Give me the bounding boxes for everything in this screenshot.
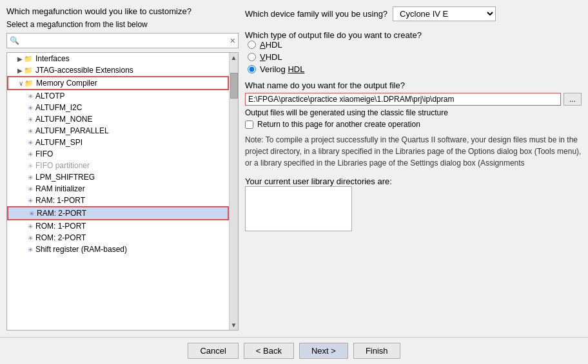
tree-item-interfaces[interactable]: ▶ 📁 Interfaces: [7, 53, 229, 64]
tree-item-altotp[interactable]: ✳ ALTOTP: [7, 90, 229, 102]
tree-item-altufm-i2c[interactable]: ✳ ALTUFM_I2C: [7, 102, 229, 113]
chip-icon: ✳: [29, 210, 34, 217]
tree-item-fifo-part[interactable]: ✳ FIFO partitioner: [7, 160, 229, 171]
tree-item-altufm-none[interactable]: ✳ ALTUFM_NONE: [7, 113, 229, 125]
tree-label: JTAG-accessible Extensions: [35, 66, 133, 75]
search-icon: 🔍: [10, 36, 19, 45]
tree-item-memory-compiler[interactable]: ∨ 📁 Memory Compiler: [7, 76, 229, 90]
classic-structure-note: Output files will be generated using the…: [245, 108, 582, 117]
search-bar: 🔍 ×: [6, 33, 239, 48]
scrollbar-thumb[interactable]: [230, 73, 238, 99]
note-box: Note: To compile a project successfully …: [245, 134, 582, 169]
tree-label: RAM initializer: [35, 184, 85, 193]
output-type-section: Which type of output file do you want to…: [245, 29, 582, 74]
cancel-button[interactable]: Cancel: [188, 343, 238, 359]
radio-row-ahdl: AHDL: [248, 40, 582, 50]
tree-item-rom-1port[interactable]: ✳ ROM: 1-PORT: [7, 220, 229, 232]
tree-label: ALTUFM_SPI: [35, 138, 83, 147]
radio-label-ahdl: AHDL: [260, 40, 282, 50]
tree-label: ALTUFM_PARALLEL: [35, 126, 109, 135]
tree-label: ROM: 2-PORT: [35, 233, 86, 242]
tree-label: ALTUFM_NONE: [35, 115, 92, 124]
tree-label: ROM: 1-PORT: [35, 222, 86, 231]
tree-item-ram-2port[interactable]: ✳ RAM: 2-PORT: [7, 206, 229, 220]
tree-label: Shift register (RAM-based): [35, 245, 127, 254]
chip-icon: ✳: [28, 246, 33, 253]
chip-icon: ✳: [28, 104, 33, 111]
tree-label: Memory Compiler: [36, 79, 97, 88]
tree-item-lpm-shiftreg[interactable]: ✳ LPM_SHIFTREG: [7, 171, 229, 183]
clear-button[interactable]: ×: [230, 36, 235, 45]
button-bar: Cancel < Back Next > Finish: [0, 337, 588, 364]
tree-item-shift-reg[interactable]: ✳ Shift register (RAM-based): [7, 244, 229, 255]
tree-label: Interfaces: [35, 54, 70, 63]
tree-label: ALTUFM_I2C: [35, 103, 82, 112]
folder-icon: 📁: [24, 66, 33, 75]
tree-item-ram-1port[interactable]: ✳ RAM: 1-PORT: [7, 195, 229, 206]
output-file-input[interactable]: [245, 93, 561, 106]
megafunction-dialog: Which megafunction would you like to cus…: [0, 0, 588, 364]
chip-icon: ✳: [28, 128, 33, 135]
device-family-select[interactable]: Cyclone IV E Cyclone V Arria II GX Strat…: [393, 6, 496, 21]
library-textarea[interactable]: [245, 186, 352, 231]
tree-label: FIFO partitioner: [35, 161, 90, 170]
library-section: Your current user library directories ar…: [245, 174, 582, 233]
tree-item-fifo[interactable]: ✳ FIFO: [7, 148, 229, 160]
tree-scrollbar[interactable]: ▲ ▼: [229, 53, 238, 330]
tree-label: RAM: 1-PORT: [35, 196, 85, 205]
radio-ahdl[interactable]: [248, 41, 256, 49]
scroll-down-icon[interactable]: ▼: [230, 320, 239, 330]
output-file-question: What name do you want for the output fil…: [245, 81, 582, 90]
output-file-section: What name do you want for the output fil…: [245, 79, 582, 129]
output-type-question: Which type of output file do you want to…: [245, 30, 582, 40]
tree-list: ▶ 📁 Interfaces ▶ 📁 JTAG-accessible Exten…: [7, 53, 229, 330]
left-subtitle: Select a megafunction from the list belo…: [6, 20, 239, 29]
tree-item-rom-2port[interactable]: ✳ ROM: 2-PORT: [7, 232, 229, 244]
left-title: Which megafunction would you like to cus…: [6, 6, 239, 16]
file-input-row: ...: [245, 93, 582, 106]
folder-icon: 📁: [24, 55, 33, 63]
chip-icon: ✳: [28, 223, 33, 230]
radio-label-verilog: Verilog HDL: [260, 64, 304, 74]
collapse-arrow-icon: ▶: [17, 55, 23, 62]
left-panel: Which megafunction would you like to cus…: [6, 6, 239, 330]
scroll-up-icon[interactable]: ▲: [230, 53, 239, 62]
right-panel: Which device family will you be using? C…: [245, 6, 582, 330]
radio-row-vhdl: VHDL: [248, 52, 582, 62]
radio-label-vhdl: VHDL: [260, 52, 282, 62]
device-question: Which device family will you be using?: [245, 9, 387, 19]
output-type-radio-group: AHDL VHDL Verilog HDL: [248, 40, 582, 74]
chip-icon: ✳: [28, 151, 33, 158]
tree-label: LPM_SHIFTREG: [35, 173, 95, 182]
tree-item-jtag[interactable]: ▶ 📁 JTAG-accessible Extensions: [7, 64, 229, 76]
radio-vhdl[interactable]: [248, 53, 256, 61]
return-checkbox-label: Return to this page for another create o…: [257, 120, 420, 129]
next-button[interactable]: Next >: [299, 343, 348, 359]
chip-icon: ✳: [28, 197, 33, 204]
radio-verilog[interactable]: [248, 65, 256, 73]
chip-icon: ✳: [28, 235, 33, 242]
tree-label: FIFO: [35, 149, 53, 158]
search-input[interactable]: [22, 36, 230, 45]
back-button[interactable]: < Back: [244, 343, 294, 359]
device-row: Which device family will you be using? C…: [245, 6, 582, 21]
chip-icon: ✳: [28, 139, 33, 146]
finish-button[interactable]: Finish: [353, 343, 400, 359]
folder-icon: 📁: [24, 79, 34, 88]
tree-item-altufm-spi[interactable]: ✳ ALTUFM_SPI: [7, 137, 229, 148]
library-label: Your current user library directories ar…: [245, 177, 582, 186]
return-checkbox[interactable]: [245, 120, 253, 129]
tree-label: ALTOTP: [35, 91, 65, 101]
tree-item-altufm-parallel[interactable]: ✳ ALTUFM_PARALLEL: [7, 125, 229, 137]
collapse-arrow-icon: ▶: [17, 67, 23, 74]
browse-button[interactable]: ...: [564, 93, 582, 106]
tree-item-ram-init[interactable]: ✳ RAM initializer: [7, 183, 229, 195]
chip-icon: ✳: [28, 162, 33, 169]
expand-arrow-icon: ∨: [19, 80, 23, 87]
tree-label: RAM: 2-PORT: [37, 209, 86, 218]
chip-icon: ✳: [28, 116, 33, 123]
radio-row-verilog: Verilog HDL: [248, 64, 582, 74]
chip-icon: ✳: [28, 93, 33, 100]
chip-icon: ✳: [28, 174, 33, 181]
chip-icon: ✳: [28, 186, 33, 193]
